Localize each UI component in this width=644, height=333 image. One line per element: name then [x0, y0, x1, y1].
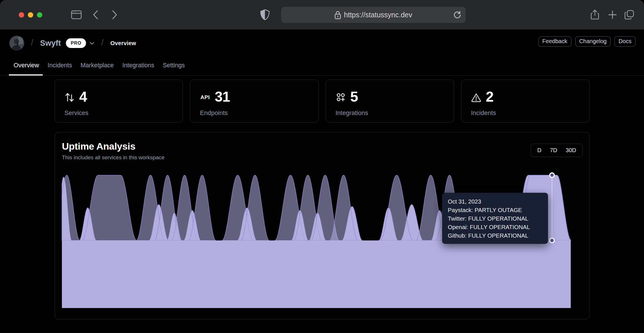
alert-triangle-icon [471, 93, 481, 102]
nav-tabbar: Overview Incidents Marketplace Integrati… [0, 57, 644, 76]
main-content: 4 Services API 31 Endpoints [0, 79, 644, 319]
stat-card-incidents: 2 Incidents [461, 79, 589, 123]
arrows-up-down-icon [64, 92, 75, 102]
stat-label: Endpoints [200, 109, 318, 117]
tab-settings[interactable]: Settings [163, 62, 185, 70]
forward-icon[interactable] [111, 0, 118, 30]
header-actions: Feedback Changelog Docs [538, 36, 635, 47]
uptime-subtitle: This includes all services in this works… [62, 154, 164, 161]
chevron-down-icon[interactable] [89, 42, 94, 45]
sidebar-toggle-icon[interactable] [71, 0, 82, 30]
feedback-button[interactable]: Feedback [538, 36, 571, 47]
tooltip-line: Paystack: PARTLY OUTAGE [448, 206, 542, 214]
close-window-button[interactable] [19, 12, 24, 18]
address-bar[interactable]: https://statussync.dev [281, 7, 466, 23]
tooltip-line: Github: FULLY OPERATIONAL [448, 231, 542, 240]
range-option-day[interactable]: D [537, 147, 541, 154]
avatar[interactable] [9, 36, 24, 51]
stat-value: 4 [79, 90, 87, 104]
uptime-chart[interactable]: Oct 31, 2023 Paystack: PARTLY OUTAGE Twi… [62, 175, 571, 308]
tab-integrations[interactable]: Integrations [122, 62, 154, 70]
url-text: https://statussync.dev [344, 11, 412, 19]
tab-overview-icon[interactable] [624, 0, 634, 30]
back-icon[interactable] [93, 0, 99, 30]
breadcrumb-separator: / [31, 38, 33, 47]
share-icon[interactable] [591, 0, 599, 30]
stat-label: Services [64, 109, 183, 117]
tab-marketplace[interactable]: Marketplace [81, 62, 114, 70]
window-controls [19, 12, 42, 18]
docs-button[interactable]: Docs [614, 36, 635, 47]
breadcrumb-current: Overview [110, 40, 136, 47]
uptime-analysis-card: Uptime Analysis This includes all servic… [55, 132, 589, 319]
tooltip-line: Openai: FULLY OPERATIONAL [448, 223, 542, 231]
range-option-30d[interactable]: 30D [566, 147, 576, 154]
tab-overview[interactable]: Overview [14, 62, 39, 70]
apps-add-icon [336, 93, 346, 102]
browser-toolbar: https://statussync.dev [0, 0, 644, 30]
stat-label: Incidents [471, 109, 589, 117]
stat-value: 5 [350, 90, 358, 104]
breadcrumb-separator: / [101, 38, 103, 47]
stat-label: Integrations [336, 109, 454, 117]
stat-card-integrations: 5 Integrations [326, 79, 454, 123]
minimize-window-button[interactable] [28, 12, 33, 18]
chart-tooltip: Oct 31, 2023 Paystack: PARTLY OUTAGE Twi… [442, 193, 548, 244]
lock-icon [334, 11, 341, 19]
uptime-heading: Uptime Analysis This includes all servic… [62, 141, 164, 161]
reload-icon[interactable] [453, 11, 461, 21]
plan-badge: PRO [66, 38, 86, 48]
browser-window: https://statussync.dev [0, 0, 644, 333]
stat-value: 31 [215, 90, 230, 104]
stat-card-services: 4 Services [55, 79, 183, 123]
tab-incidents[interactable]: Incidents [48, 62, 72, 70]
range-selector: D 7D 30D [531, 144, 583, 157]
stat-value: 2 [486, 90, 494, 104]
zoom-window-button[interactable] [37, 12, 42, 18]
stats-row: 4 Services API 31 Endpoints [55, 79, 589, 123]
hover-marker-dot [550, 238, 554, 243]
app-header: / Swyft PRO / Overview Feedback Changelo… [0, 30, 644, 57]
range-option-7d[interactable]: 7D [550, 147, 557, 154]
new-tab-icon[interactable] [608, 0, 617, 30]
uptime-title: Uptime Analysis [62, 141, 164, 152]
shield-icon[interactable] [260, 0, 270, 30]
changelog-button[interactable]: Changelog [575, 36, 611, 47]
workspace-name[interactable]: Swyft [40, 39, 61, 48]
stat-card-endpoints: API 31 Endpoints [190, 79, 318, 123]
hover-marker-dot [550, 173, 554, 177]
tooltip-line: Twitter: FULLY OPERATIONAL [448, 214, 542, 223]
api-icon: API [200, 94, 210, 100]
tooltip-date: Oct 31, 2023 [448, 197, 542, 206]
